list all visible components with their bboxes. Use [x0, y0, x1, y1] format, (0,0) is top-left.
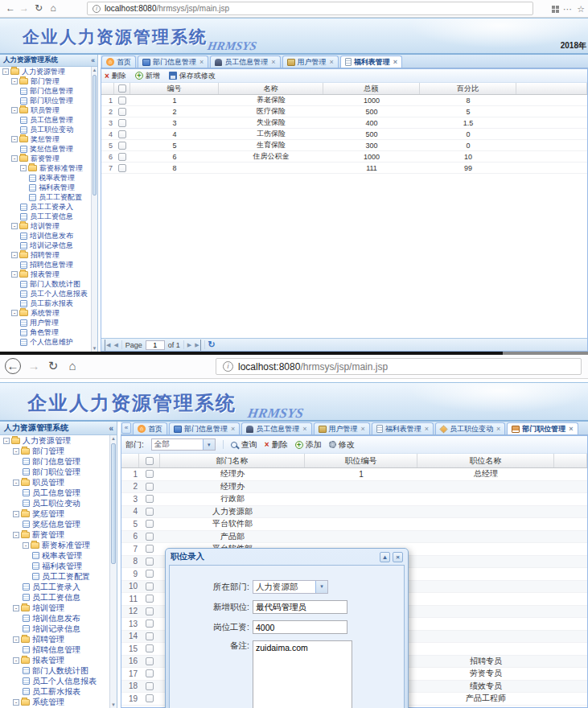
tree-item-员工工资配置[interactable]: 员工工资配置: [0, 571, 109, 582]
forward-button[interactable]: →: [18, 0, 31, 16]
row-checkbox[interactable]: [146, 582, 154, 591]
collapse-toggle-icon[interactable]: -: [13, 480, 19, 486]
tree-item-部门职位管理[interactable]: 部门职位管理: [0, 467, 109, 477]
tree-item-福利表管理[interactable]: 福利表管理: [0, 561, 109, 571]
row-checkbox[interactable]: [146, 644, 154, 652]
tree-item-员工个人信息报表[interactable]: 员工个人信息报表: [0, 676, 109, 686]
collapse-toggle-icon[interactable]: -: [13, 448, 19, 455]
dropdown-arrow-icon[interactable]: ▾: [203, 439, 215, 450]
home-button[interactable]: ⌂: [47, 0, 60, 16]
tree-item-奖惩信息管理[interactable]: 奖惩信息管理: [0, 144, 91, 154]
table-row[interactable]: 22医疗保险5005: [101, 106, 587, 117]
back-button[interactable]: ←: [5, 358, 21, 374]
collapse-toggle-icon[interactable]: -: [23, 542, 29, 549]
select-all-checkbox[interactable]: [118, 84, 126, 93]
column-header-总额[interactable]: 总额: [323, 83, 420, 94]
dept-filter-select[interactable]: 全部 ▾: [151, 438, 216, 451]
row-checkbox[interactable]: [146, 495, 154, 503]
delete-button[interactable]: ×删除: [105, 71, 126, 81]
collapse-toggle-icon[interactable]: -: [11, 136, 18, 142]
collapse-toggle-icon[interactable]: -: [11, 155, 18, 162]
row-checkbox[interactable]: [146, 470, 154, 478]
row-checkbox[interactable]: [146, 508, 154, 516]
tree-item-培训信息发布[interactable]: 培训信息发布: [0, 613, 109, 624]
table-row[interactable]: 66住房公积金100010: [101, 151, 587, 163]
tree-item-员工工资录入[interactable]: 员工工资录入: [0, 202, 91, 212]
tab-user-mgmt[interactable]: 用户管理×: [314, 422, 370, 434]
tab-close-icon[interactable]: ×: [271, 58, 275, 66]
row-checkbox[interactable]: [118, 97, 126, 105]
tab-emp-info[interactable]: 员工信息管理×: [210, 56, 280, 68]
tab-benefit[interactable]: 福利表管理×: [372, 422, 434, 434]
sidebar-collapse-icon[interactable]: «: [91, 56, 95, 64]
add-button[interactable]: 新增: [135, 71, 160, 81]
tree-item-招聘信息管理[interactable]: 招聘信息管理: [0, 644, 109, 655]
search-button[interactable]: 查询: [231, 439, 257, 451]
row-checkbox[interactable]: [146, 669, 154, 677]
row-checkbox[interactable]: [118, 164, 126, 172]
table-row[interactable]: 2经理办: [121, 481, 587, 494]
tab-close-icon[interactable]: ×: [302, 425, 306, 433]
tree-item-员工个人信息报表[interactable]: 员工个人信息报表: [0, 289, 91, 298]
delete-button[interactable]: ×删除: [265, 439, 288, 451]
scrollbar-thumb[interactable]: [93, 75, 97, 196]
tree-item-角色管理[interactable]: 角色管理: [0, 327, 91, 337]
row-checkbox[interactable]: [118, 119, 126, 127]
scroll-up-icon[interactable]: ▲: [92, 67, 97, 73]
column-header-百分比[interactable]: 百分比: [420, 83, 516, 94]
table-row[interactable]: 44工伤保险5000: [101, 129, 587, 140]
tree-item-税率表管理[interactable]: 税率表管理: [0, 550, 109, 561]
table-row[interactable]: 4人力资源部: [121, 506, 587, 519]
tree-item-招聘信息管理[interactable]: 招聘信息管理: [0, 260, 91, 270]
tab-close-icon[interactable]: ×: [425, 425, 429, 433]
row-checkbox[interactable]: [118, 142, 126, 150]
collapse-toggle-icon[interactable]: -: [13, 605, 19, 611]
tree-item-部门管理[interactable]: -部门管理: [0, 76, 91, 86]
tree-item-薪资管理[interactable]: -薪资管理: [0, 154, 91, 163]
refresh-icon[interactable]: ↻: [208, 340, 216, 350]
sidebar-scrollbar[interactable]: ▲ ▼: [109, 435, 117, 708]
tab-emp-pos-change[interactable]: 员工职位变动×: [435, 422, 505, 434]
position-input[interactable]: [253, 600, 347, 614]
column-header-编号[interactable]: 编号: [130, 83, 219, 94]
row-checkbox[interactable]: [146, 607, 154, 615]
tree-item-薪资管理[interactable]: -薪资管理: [0, 529, 109, 540]
tree-item-薪资标准管理[interactable]: -薪资标准管理: [0, 163, 91, 173]
page-input[interactable]: [146, 340, 165, 350]
collapse-toggle-icon[interactable]: -: [11, 78, 18, 84]
tree-item-职员管理[interactable]: -职员管理: [0, 105, 91, 115]
collapse-toggle-icon[interactable]: -: [20, 165, 27, 171]
row-checkbox[interactable]: [146, 558, 154, 566]
more-menu-icon[interactable]: ⋯: [563, 3, 572, 14]
info-icon[interactable]: i: [93, 5, 101, 13]
row-checkbox[interactable]: [118, 153, 126, 161]
salary-input[interactable]: [253, 620, 347, 634]
tree-item-招聘管理[interactable]: -招聘管理: [0, 634, 109, 644]
collapse-toggle-icon[interactable]: -: [11, 107, 18, 113]
tab-home[interactable]: ⌂首页: [133, 422, 167, 434]
collapse-toggle-icon[interactable]: -: [11, 310, 18, 316]
tab-dept-info[interactable]: 部门信息管理×: [138, 56, 208, 68]
dropdown-arrow-icon[interactable]: ▾: [315, 581, 327, 593]
tree-item-员工薪水报表[interactable]: 员工薪水报表: [0, 686, 109, 697]
extensions-icon[interactable]: [552, 6, 559, 13]
tree-item-系统管理[interactable]: -系统管理: [0, 697, 109, 707]
tab-benefit[interactable]: 福利表管理×: [340, 56, 402, 68]
tree-item-系统管理[interactable]: -系统管理: [0, 308, 91, 318]
table-row[interactable]: 6产品部: [121, 531, 587, 544]
dialog-collapse-icon[interactable]: ▴: [380, 552, 390, 562]
url-bar[interactable]: i localhost:8080/hrmsys/jsp/main.jsp: [216, 358, 582, 375]
tree-item-员工工资信息[interactable]: 员工工资信息: [0, 212, 91, 221]
tab-scroll-left-icon[interactable]: «: [121, 422, 131, 434]
tab-dept-pos[interactable]: 部门职位管理×: [507, 422, 578, 434]
tab-close-icon[interactable]: ×: [393, 58, 397, 66]
forward-button[interactable]: →: [26, 355, 42, 377]
tree-item-培训管理[interactable]: -培训管理: [0, 221, 91, 231]
save-button[interactable]: 保存或修改: [169, 71, 216, 81]
next-page-icon[interactable]: ▶: [187, 340, 191, 351]
row-checkbox[interactable]: [146, 694, 154, 702]
tree-item-培训信息发布[interactable]: 培训信息发布: [0, 231, 91, 241]
tree-item-部门人数统计图[interactable]: 部门人数统计图: [0, 279, 91, 289]
tree-item-人力资源管理[interactable]: -人力资源管理: [0, 67, 91, 76]
column-header-部门名称[interactable]: 部门名称: [160, 454, 305, 467]
